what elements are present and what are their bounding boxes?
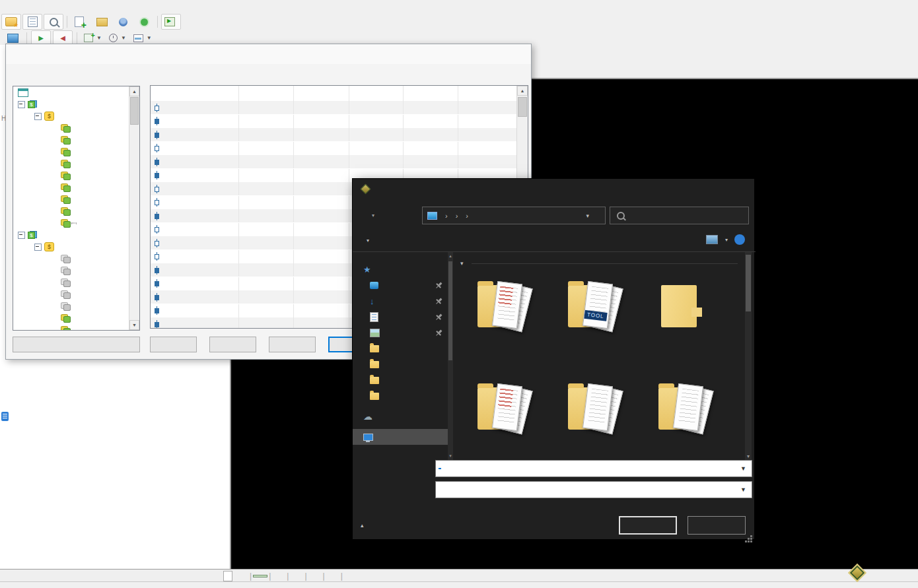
close-button[interactable] [732, 182, 750, 197]
tree-item-GOLD[interactable] [13, 98, 139, 110]
tree-item-SILVER[interactable]: $ [13, 241, 139, 253]
help-button[interactable] [483, 48, 496, 60]
chart-tab-1[interactable] [253, 575, 267, 577]
journal-button[interactable] [22, 14, 42, 30]
group-header[interactable]: ▾ [460, 260, 738, 267]
folder-tile[interactable] [551, 277, 633, 337]
scrollbar-thumb[interactable] [518, 97, 527, 117]
folder-tile[interactable] [641, 277, 723, 337]
tree-scrollbar[interactable]: ▲ ▼ [129, 86, 139, 330]
sidebar-item-SEO文章[interactable] [353, 341, 448, 356]
view-mode-icon[interactable] [706, 235, 718, 244]
cancel-button[interactable] [688, 516, 746, 535]
delete-button[interactable] [269, 337, 316, 352]
tree-item-月线图[interactable] [13, 217, 139, 229]
scrollbar-thumb[interactable] [746, 255, 751, 311]
scroll-down-icon[interactable]: ▾ [448, 453, 453, 459]
tree-item-1 小时图[interactable] [13, 170, 139, 181]
tree-item-日线图[interactable] [13, 324, 139, 331]
table-row[interactable] [151, 101, 517, 114]
folder-icon[interactable] [561, 379, 622, 438]
search-box[interactable] [610, 207, 749, 224]
tree-item-1 分钟图[interactable] [13, 122, 139, 134]
table-row[interactable] [151, 142, 517, 155]
column-header-0[interactable] [151, 86, 239, 101]
address-dropdown-chevron-icon[interactable]: ▾ [581, 212, 594, 219]
scroll-up-icon[interactable]: ▴ [448, 253, 453, 259]
new-order-button[interactable] [71, 14, 90, 30]
table-row[interactable] [151, 115, 517, 128]
close-button[interactable] [512, 48, 525, 60]
hide-folders-button[interactable]: ▴ [361, 522, 369, 529]
folder-tile[interactable] [460, 379, 542, 439]
list-scrollbar[interactable]: ▾ [745, 252, 752, 460]
scrollbar-thumb[interactable] [130, 97, 139, 125]
scroll-up-icon[interactable]: ▲ [129, 86, 139, 96]
tree-item-1 分钟图[interactable] [13, 253, 139, 265]
edit-button[interactable] [209, 337, 256, 352]
scroll-down-icon[interactable]: ▼ [129, 320, 139, 330]
chevron-down-icon[interactable]: ▾ [725, 237, 728, 243]
favorites-button[interactable] [1, 14, 21, 30]
recent-locations-chevron-icon[interactable]: ▾ [372, 212, 374, 218]
tree-item-GOLD[interactable]: $ [13, 110, 139, 122]
folder-icon[interactable] [471, 277, 532, 335]
tree-item-SILVER[interactable] [13, 229, 139, 241]
download-button[interactable] [13, 337, 140, 352]
sidebar-item-图片[interactable] [353, 325, 448, 341]
save-button[interactable] [619, 516, 677, 535]
filename-input[interactable]: ▼ [435, 460, 752, 477]
tab-scroll-button[interactable] [223, 571, 232, 581]
history-center-button[interactable] [44, 14, 63, 30]
sidebar-item-文档[interactable] [353, 309, 448, 325]
tree-item-4 小时图[interactable] [13, 181, 139, 193]
signals-button[interactable] [134, 14, 154, 30]
folder-icon[interactable] [652, 277, 713, 335]
folder-tile[interactable] [460, 277, 542, 337]
resize-grip[interactable] [750, 535, 752, 537]
chevron-down-icon[interactable]: ▼ [740, 486, 746, 493]
sidebar-item-此电脑[interactable] [353, 429, 448, 445]
auto-trading-button[interactable] [161, 14, 181, 30]
folder-tile[interactable] [641, 379, 723, 439]
table-row[interactable] [151, 155, 517, 168]
tree-expand-icon[interactable] [34, 244, 42, 251]
address-bar[interactable]: › › › ▾ [422, 207, 606, 224]
tree-expand-icon[interactable] [18, 101, 25, 108]
table-row[interactable] [151, 128, 517, 141]
scroll-down-icon[interactable]: ▾ [745, 453, 752, 459]
tree-expand-icon[interactable] [18, 232, 25, 239]
tree-item-5 分钟图[interactable] [13, 265, 139, 277]
column-header-1[interactable] [239, 86, 294, 101]
help-icon[interactable] [734, 234, 745, 245]
expert-button[interactable] [113, 14, 133, 30]
scrollbar-thumb[interactable] [448, 261, 452, 360]
sidebar-item-近期稿件[interactable] [353, 372, 448, 388]
folder-icon[interactable] [652, 379, 713, 438]
tree-item-1 小时图[interactable] [13, 300, 139, 312]
tree-item-15 分钟图[interactable] [13, 277, 139, 288]
dialog-title-bar[interactable] [6, 44, 531, 64]
column-header-2[interactable] [294, 86, 349, 101]
column-header-4[interactable] [404, 86, 458, 101]
folder-icon[interactable] [471, 379, 532, 438]
tree-item-30 分钟图[interactable] [13, 158, 139, 170]
chart-tab-3[interactable] [290, 575, 303, 577]
organize-button[interactable]: ▾ [366, 235, 369, 244]
column-header-5[interactable] [458, 86, 517, 101]
tree-item-4 小时图[interactable] [13, 312, 139, 324]
tree-expand-icon[interactable] [34, 113, 42, 120]
column-header-3[interactable] [349, 86, 404, 101]
filetype-select[interactable]: ▼ [435, 481, 752, 498]
sidebar-item-版权图片[interactable] [353, 356, 448, 372]
chevron-down-icon[interactable]: ▼ [740, 465, 746, 472]
folder-tile[interactable] [551, 379, 633, 439]
tree-item-周线图[interactable] [13, 205, 139, 217]
tree-item-15 分钟图[interactable] [13, 146, 139, 158]
chart-tab-5[interactable] [326, 575, 339, 577]
chart-tab-2[interactable] [272, 575, 285, 577]
collapse-chevron-icon[interactable]: ▾ [460, 260, 464, 267]
tree-item-日线图[interactable] [13, 193, 139, 205]
sidebar-item-下载[interactable]: ↓ [353, 293, 448, 309]
sidebar-item-Desktop[interactable] [353, 277, 448, 293]
